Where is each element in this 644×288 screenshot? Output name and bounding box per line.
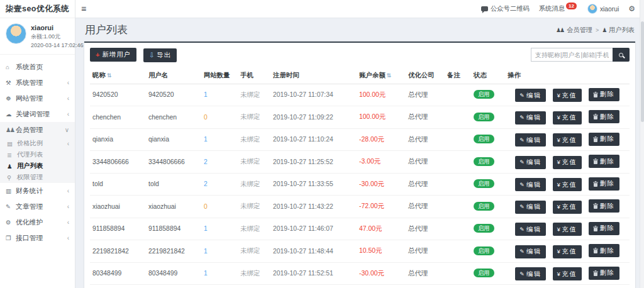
user-icon: ♟ — [7, 163, 17, 170]
search-button[interactable] — [613, 48, 630, 62]
chevron-down-icon: ∨ — [65, 126, 69, 133]
delete-button[interactable]: 删除 — [589, 244, 619, 257]
cell-actions: ✎编辑 ¥充值 删除 — [505, 151, 630, 174]
site-count-link[interactable]: 1 — [204, 225, 208, 232]
qr-code-link[interactable]: 公众号二维码 — [481, 4, 530, 13]
site-count-link[interactable]: 0 — [204, 114, 208, 121]
site-count-link[interactable]: 1 — [204, 136, 208, 143]
cell-reg-time: 2019-10-27 11:43:22 — [270, 196, 357, 218]
sidebar: 柒壹seo优化系统 xiaorui 余额:1.00元 2020-03-14 17… — [0, 0, 75, 288]
site-count-link[interactable]: 2 — [204, 158, 208, 165]
add-user-button[interactable]: + 新增用户 — [90, 48, 136, 62]
search-input[interactable] — [531, 48, 613, 62]
sidebar-item[interactable]: ▤ 价格比例 ‹ — [0, 138, 75, 149]
menu-icon[interactable]: ≡ — [81, 4, 86, 13]
cell-reg-time: 2019-10-27 11:52:51 — [270, 262, 357, 285]
cell-nickname: 80348499 — [90, 262, 146, 285]
cell-phone: 未绑定 — [238, 262, 270, 285]
export-button[interactable]: ⇩ 导出 — [143, 48, 177, 62]
edit-button[interactable]: ✎编辑 — [515, 267, 546, 280]
sidebar-item[interactable]: ⚙ 优化维护 ‹ — [0, 214, 75, 230]
col-nickname[interactable]: 昵称⇅ — [90, 67, 146, 84]
cell-phone: 未绑定 — [238, 218, 270, 240]
cell-remark — [445, 84, 471, 106]
sidebar-item[interactable]: ❐ 接口管理 ‹ — [0, 230, 75, 246]
avatar — [6, 23, 26, 44]
cell-username: wuwenfu — [146, 285, 201, 288]
cell-company: 总代理 — [406, 262, 445, 285]
recharge-button[interactable]: ¥充值 — [553, 156, 582, 169]
key-icon: ⚲ — [7, 174, 17, 181]
sidebar-item[interactable]: ⚲ 权限管理 — [0, 172, 75, 183]
navbar-user[interactable]: xiaorui — [587, 4, 619, 14]
gear-icon: ☸ — [6, 95, 16, 102]
trash-icon — [593, 114, 598, 119]
sidebar-item[interactable]: ☁ 关键词管理 ‹ — [0, 106, 75, 122]
scrollbar-thumb[interactable] — [641, 21, 644, 122]
edit-button[interactable]: ✎编辑 — [515, 178, 546, 191]
edit-button[interactable]: ✎编辑 — [515, 156, 546, 169]
sort-icon[interactable]: ⇅ — [107, 72, 112, 79]
recharge-button[interactable]: ¥充值 — [553, 111, 582, 125]
table-header-row: 昵称⇅ 用户名 网站数量 手机 注册时间 账户余额⇅ 优化公司 备注 状态 操作 — [90, 67, 630, 84]
edit-icon: ✎ — [519, 271, 525, 277]
sidebar-item[interactable]: ▥ 财务统计 ‹ — [0, 183, 75, 199]
recharge-button[interactable]: ¥充值 — [553, 178, 582, 191]
cell-balance: -30.00元 — [357, 173, 406, 196]
recharge-button[interactable]: ¥充值 — [553, 89, 582, 102]
sidebar-item[interactable]: ≣ 代理列表 — [0, 149, 75, 160]
cell-reg-time: 2019-10-27 11:07:34 — [270, 84, 357, 106]
comment-icon — [481, 6, 488, 11]
sidebar-item[interactable]: ♟ 用户列表 — [0, 160, 75, 172]
site-count-link[interactable]: 2 — [204, 180, 208, 187]
delete-button[interactable]: 删除 — [589, 88, 619, 101]
cell-nickname: 911858894 — [90, 218, 146, 240]
col-balance[interactable]: 账户余额⇅ — [357, 67, 406, 84]
sidebar-item[interactable]: ☸ 网站管理 ‹ — [0, 91, 75, 106]
recharge-button[interactable]: ¥充值 — [553, 133, 582, 147]
delete-button[interactable]: 删除 — [589, 199, 619, 213]
col-site-count: 网站数量 — [201, 67, 238, 84]
edit-button[interactable]: ✎编辑 — [515, 223, 546, 236]
sort-icon[interactable]: ⇅ — [387, 72, 392, 79]
delete-button[interactable]: 删除 — [589, 155, 619, 168]
site-count-link[interactable]: 0 — [204, 203, 208, 210]
delete-button[interactable]: 删除 — [589, 177, 619, 191]
delete-button[interactable]: 删除 — [589, 222, 619, 235]
cell-remark — [445, 128, 471, 151]
delete-button[interactable]: 删除 — [589, 267, 619, 280]
users-icon: ♟♟ — [6, 126, 16, 133]
scrollbar[interactable] — [640, 0, 644, 288]
cell-actions: ✎编辑 ¥充值 删除 — [505, 84, 630, 106]
edit-button[interactable]: ✎编辑 — [515, 89, 546, 102]
recharge-button[interactable]: ¥充值 — [553, 223, 582, 236]
table-row: 9420520 9420520 1 未绑定 2019-10-27 11:07:3… — [90, 84, 630, 106]
cell-actions: ✎编辑 ¥充值 删除 — [505, 262, 630, 285]
cell-reg-time: 2019-10-27 11:25:52 — [270, 151, 357, 174]
chevron-left-icon: ‹ — [67, 187, 69, 194]
edit-button[interactable]: ✎编辑 — [515, 201, 546, 214]
cogs-icon[interactable]: ⚙ — [628, 4, 635, 13]
edit-button[interactable]: ✎编辑 — [515, 245, 546, 258]
sidebar-item[interactable]: ⚒ 系统管理 ‹ — [0, 75, 75, 91]
site-count-link[interactable]: 1 — [204, 270, 208, 277]
breadcrumb-link[interactable]: 会员管理 — [567, 26, 592, 35]
delete-button[interactable]: 删除 — [589, 110, 619, 123]
cell-reg-time: 2019-10-27 11:33:55 — [270, 173, 357, 196]
chevron-left-icon: ‹ — [67, 140, 69, 147]
search-icon — [619, 53, 623, 57]
site-count-link[interactable]: 1 — [204, 91, 208, 98]
recharge-button[interactable]: ¥充值 — [553, 201, 582, 214]
site-count-link[interactable]: 1 — [204, 248, 208, 255]
delete-button[interactable]: 删除 — [589, 133, 619, 146]
sidebar-item[interactable]: ✎ 文章管理 ‹ — [0, 199, 75, 214]
cell-company: 总代理 — [406, 128, 445, 151]
recharge-button[interactable]: ¥充值 — [553, 245, 582, 258]
edit-button[interactable]: ✎编辑 — [515, 133, 546, 147]
edit-button[interactable]: ✎编辑 — [515, 111, 546, 125]
sidebar-item[interactable]: ♟♟ 会员管理 ∨ — [0, 122, 75, 138]
recharge-button[interactable]: ¥充值 — [553, 267, 582, 280]
system-messages-link[interactable]: 系统消息12 — [539, 4, 578, 13]
sidebar-item[interactable]: ⌂ 系统首页 — [0, 59, 75, 75]
content: 用户列表 ♟♟ 会员管理 > ♟ 用户列表 + 新增用户 — [75, 18, 644, 288]
